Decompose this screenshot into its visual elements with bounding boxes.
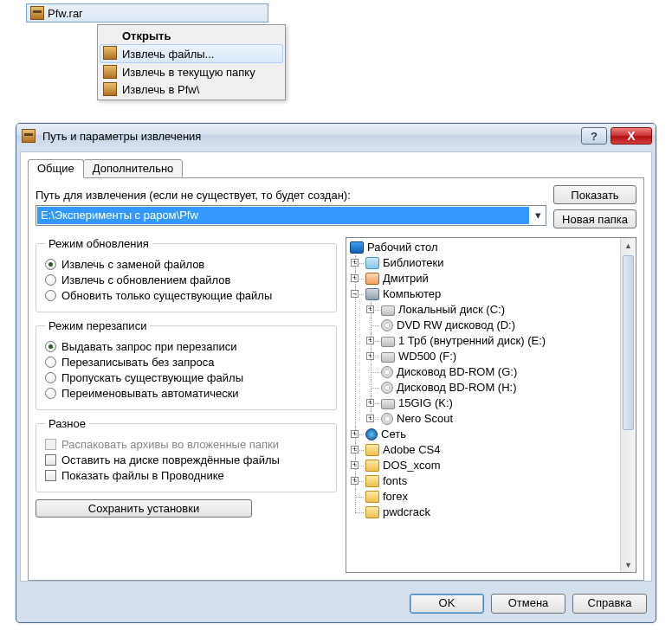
file-name-label: Pfw.rar	[48, 7, 82, 20]
rar-icon	[30, 6, 44, 20]
rar-file-item[interactable]: Pfw.rar	[26, 3, 268, 23]
